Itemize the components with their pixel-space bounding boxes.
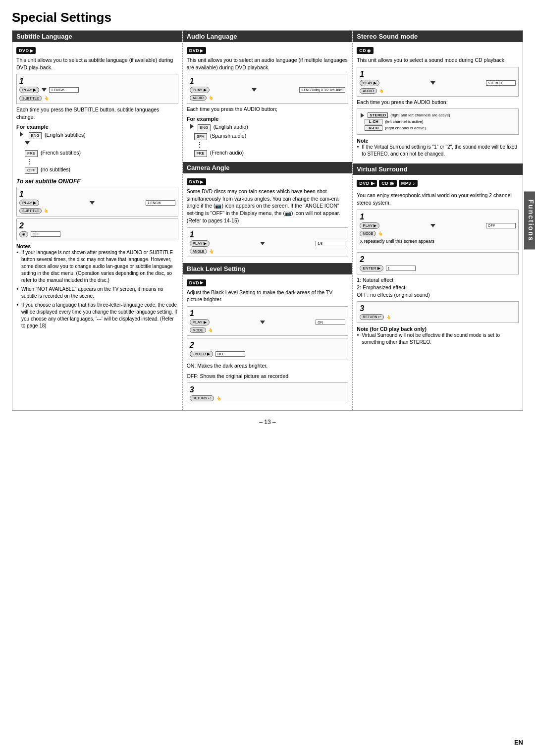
subtitle-btn-row: SUBTITLE 👆 [19,96,175,101]
lch-badge: L-CH [365,119,382,124]
stereo-note: Note If the Virtual Surround setting is … [357,138,519,158]
black-step1: 1 PLAY ▶ ON MODE 👆 [187,306,349,336]
note-3: If you choose a language that has three-… [16,302,178,329]
black-text: Adjust the Black Level Setting to make t… [187,289,349,303]
stereo-desc: This unit allows you to select a sound m… [357,56,519,64]
virtual-note-cd-item: Virtual Surround will not be effective i… [357,332,519,346]
stereo-header: Stereo Sound mode [353,31,523,42]
stereo-display: STEREO [486,80,516,86]
display-off: OFF [31,231,60,237]
subtitle-step1-diagram: 1 PLAY ▶ 1.ENG/6 SUBTITLE 👆 [16,74,178,104]
return-hand: 👆 [216,396,221,401]
lch-row: L-CH (left channel is active) [365,119,516,124]
stereo-body: CD ◉ This unit allows you to select a so… [353,45,523,163]
black-header: Black Level Setting [183,263,353,274]
virtual-body: DVD ▶ CD ◉ MP3 ♪ You can enjoy stereopho… [353,178,523,352]
audio-body: DVD ▶ This unit allows you to select an … [183,45,353,162]
stereo-cd-badge: CD ◉ [357,47,374,54]
fre-audio-desc: (French audio) [210,149,244,157]
audio-btn: AUDIO [190,95,207,101]
audio-eng-badge: ENG [198,124,211,131]
lch-desc: (left channel is active) [385,119,423,124]
audio-display: 1.ENG Dolby D 3/2.1ch 48k/3 [299,87,345,93]
effect-1: 1: Natural effect [357,276,519,284]
audio-hand: 👆 [209,96,214,100]
off-desc: (no subtitles) [41,166,70,174]
audio-arrow-down [252,88,257,92]
camera-display: 1/8 [316,241,345,246]
effect-2: 2: Emphasized effect [357,284,519,291]
channel-examples: STEREO (right and left channels are acti… [357,108,519,135]
black-step2: 2 ENTER ▶ OFF [187,338,349,360]
black-body: DVD ▶ Adjust the Black Level Setting to … [183,277,353,411]
virtual-header: Virtual Surround [353,163,523,175]
effect-off: OFF: no effects (original sound) [357,291,519,299]
subtitle-header: Subtitle Language [12,31,182,42]
camera-text: Some DVD discs may con-tain scenes which… [187,188,349,224]
arrow-down-3 [90,201,95,205]
virtual-desc: You can enjoy stereophonic virtual world… [357,192,519,206]
virtual-step3: 3 RETURN ↩ 👆 [357,301,519,323]
col-audio: Audio Language DVD ▶ This unit allows yo… [183,31,353,410]
virtual-mp3-badge: MP3 ♪ [399,180,418,187]
subtitle-hand-icon: 👆 [44,96,49,101]
virtual-return-btn: RETURN ↩ [360,314,384,320]
fre-badge: FRE [25,150,38,157]
stereo-arrow-down [430,81,435,85]
virtual-note-cd-list: Virtual Surround will not be effective i… [357,332,519,346]
rch-desc: (right channel is active) [385,126,426,130]
black-play-btn: PLAY ▶ [190,319,210,325]
subtitle-italic-heading: To set subtitle ON/OFF [16,178,178,185]
set-subtitle-step2: 2 ◉ OFF [16,218,178,240]
stereo-caption: Each time you press the AUDIO button; [357,99,519,106]
set-subtitle-step1: 1 PLAY ▶ 1.ENG/6 SUBTITLE 👆 [16,187,178,216]
arrow-down-2 [25,141,30,145]
virtual-screen-text: X repeatedly until this screen appears [360,238,516,245]
subtitle-ex-1: ENG (English subtitles) [19,131,178,139]
main-grid: Subtitle Language DVD ▶ This unit allows… [12,30,523,411]
subtitle-for-example: For example [16,124,178,130]
subtitle-display: 1.ENG/6 [49,87,79,93]
stereo-audio-btn: AUDIO [360,88,376,94]
black-on-caption: ON: Makes the dark areas brighter. [187,362,349,370]
arrow-right-1 [20,132,23,137]
stereo-step1: 1 PLAY ▶ STEREO AUDIO 👆 [357,67,519,97]
virtual-arrow-down [430,224,435,227]
notes-list: If your language is not shown after pres… [16,249,178,329]
subtitle-dvd-badge: DVD ▶ [16,47,36,54]
mode-hand: 👆 [208,328,213,332]
subtitle-desc: This unit allows you to select a subtitl… [16,56,178,71]
en-badge: EN [514,739,523,746]
stereo-note-item: If the Virtual Surround setting is "1" o… [357,144,519,158]
camera-step1: 1 PLAY ▶ 1/8 ANGLE 👆 [187,227,349,257]
angle-btn: ANGLE [190,249,208,254]
spa-desc: (Spanish audio) [210,132,247,140]
functions-tab: Functions [524,192,535,250]
subtitle-btn-2: SUBTITLE [19,208,42,214]
stereo-ch-row: STEREO (right and left channels are acti… [360,112,516,118]
black-display-off: OFF [215,351,245,357]
footer-text: – 13 – [259,419,275,426]
virtual-dvd-badge: DVD ▶ [357,180,377,187]
audio-play-btn: PLAY ▶ [190,87,210,93]
audio-examples: ENG (English audio) SPA (Spanish audio) … [187,123,349,157]
audio-desc: This unit allows you to select an audio … [187,56,349,71]
virtual-enter-btn: ENTER ▶ [360,265,383,271]
virtual-return-hand: 👆 [386,315,391,320]
fre-desc: (French subtitles) [41,149,81,157]
subtitle-btn-icon: SUBTITLE [19,96,42,101]
virtual-step2: 2 ENTER ▶ 1 [357,252,519,274]
subtitle-step1-num: 1 [19,77,175,86]
camera-arrow-down [260,242,265,245]
stereo-hand: 👆 [379,89,384,93]
col-subtitle: Subtitle Language DVD ▶ This unit allows… [12,31,183,410]
subtitle-caption1: Each time you press the SUBTITLE button,… [16,106,178,120]
camera-header: Camera Angle [183,162,353,173]
note-2: When "NOT AVAILABLE" appears on the TV s… [16,286,178,300]
virtual-effects-list: 1: Natural effect 2: Emphasized effect O… [357,276,519,298]
virtual-step1: 1 PLAY ▶ OFF MODE 👆 X repeatedly until t… [357,210,519,251]
stereo-note-list: If the Virtual Surround setting is "1" o… [357,144,519,158]
audio-header: Audio Language [183,31,353,42]
subtitle-ex-2: FRE (French subtitles) [19,149,178,157]
eng-desc: (English subtitles) [45,131,86,139]
